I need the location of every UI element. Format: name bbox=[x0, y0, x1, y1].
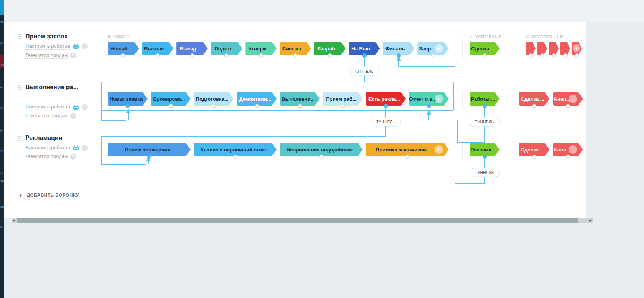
stage-dot[interactable] bbox=[293, 53, 297, 58]
stage-dot[interactable] bbox=[563, 53, 568, 58]
stage-dot[interactable] bbox=[190, 53, 194, 58]
add-stage-plus-icon[interactable]: + bbox=[569, 95, 577, 103]
stage-dot[interactable] bbox=[540, 53, 544, 58]
add-stage-plus-icon[interactable]: + bbox=[569, 145, 577, 154]
stage-label: Выявле... bbox=[144, 46, 168, 52]
stage-dot[interactable] bbox=[483, 53, 487, 58]
sales-generator-link-label: Генератор продаж bbox=[25, 153, 68, 160]
tunnel-dot[interactable] bbox=[384, 104, 388, 108]
column-separator bbox=[515, 39, 515, 58]
stage-dot[interactable] bbox=[566, 155, 570, 159]
stage-dot[interactable] bbox=[255, 104, 259, 108]
scrollbar-thumb[interactable] bbox=[17, 218, 578, 223]
stage-dot[interactable] bbox=[224, 53, 229, 58]
robot-icon bbox=[72, 44, 80, 49]
scroll-left-icon[interactable]: ◀ bbox=[13, 219, 15, 222]
tunnel-dot[interactable] bbox=[397, 53, 401, 58]
drag-handle-icon[interactable] bbox=[18, 34, 22, 40]
stage-dot[interactable] bbox=[552, 53, 556, 58]
menu-item-label-cut: ит bbox=[0, 106, 4, 110]
stage-dot[interactable] bbox=[259, 53, 263, 58]
stage-label: Исправление недоработок bbox=[287, 147, 353, 153]
tunnel-dot[interactable] bbox=[362, 53, 367, 58]
tunnel-badge[interactable]: ТУННЕЛЬ bbox=[371, 118, 401, 127]
add-stage-plus-icon[interactable]: + bbox=[435, 44, 443, 53]
tunnel-dot[interactable] bbox=[126, 104, 130, 108]
sales-generator-link[interactable]: Генератор продаж? bbox=[25, 113, 76, 119]
scroll-right-icon[interactable]: ▶ bbox=[589, 219, 592, 222]
row-divider bbox=[15, 74, 453, 74]
configure-robots-link[interactable]: Настроить роботов? bbox=[25, 145, 88, 151]
stage-dot[interactable] bbox=[121, 53, 125, 58]
tunnel-badge[interactable]: ТУННЕЛЬ bbox=[349, 67, 379, 76]
drag-handle-icon[interactable] bbox=[18, 135, 22, 141]
configure-robots-link[interactable]: Настроить роботов? bbox=[25, 43, 88, 50]
configure-robots-link-label: Настроить роботов bbox=[25, 145, 70, 151]
stage-dot[interactable] bbox=[156, 53, 160, 58]
check-icon: ✓ bbox=[470, 34, 473, 39]
stage-dot[interactable] bbox=[328, 53, 332, 58]
stage-label: Прием раб... bbox=[326, 96, 357, 102]
menu-item-label-cut: Ко bbox=[0, 149, 4, 153]
question-icon[interactable]: ? bbox=[82, 145, 88, 151]
stage-dot[interactable] bbox=[431, 53, 435, 58]
sales-generator-link[interactable]: Генератор продаж? bbox=[25, 153, 76, 160]
column-separator bbox=[462, 39, 463, 58]
x-icon: ✕ bbox=[526, 34, 529, 39]
tunnel-badge[interactable]: ТУННЕЛЬ bbox=[470, 168, 500, 177]
stage-label: Подгот... bbox=[214, 46, 235, 52]
stage-dot[interactable] bbox=[405, 155, 410, 159]
tunnel-badge[interactable]: ТУННЕЛЬ bbox=[470, 118, 500, 127]
sales-generator-link-label: Генератор продаж bbox=[25, 52, 68, 59]
tunnel-dot[interactable] bbox=[147, 155, 151, 159]
funnel-name[interactable]: Прием заявок bbox=[25, 33, 67, 40]
question-icon[interactable]: ? bbox=[82, 104, 88, 110]
add-stage-plus-icon[interactable]: + bbox=[435, 95, 443, 103]
stage-label: Работы ... bbox=[471, 96, 495, 102]
menu-logo-block bbox=[0, 0, 4, 15]
funnel-name[interactable]: Выполнение ра... bbox=[25, 84, 78, 91]
question-icon[interactable]: ? bbox=[70, 113, 76, 119]
row-divider bbox=[15, 130, 453, 130]
stage-label: Разраб... bbox=[317, 46, 339, 52]
tunnel-dot[interactable] bbox=[483, 155, 487, 159]
funnel-name[interactable]: Рекламации bbox=[25, 135, 62, 142]
question-icon[interactable]: ? bbox=[70, 154, 76, 160]
in-work-column-label: В РАБОТЕ bbox=[108, 34, 130, 39]
configure-robots-link-label: Настроить роботов bbox=[25, 104, 70, 110]
stage-dot[interactable] bbox=[575, 53, 579, 58]
question-icon[interactable]: ? bbox=[70, 53, 76, 58]
tunnel-dot[interactable] bbox=[427, 104, 431, 108]
stage-dot[interactable] bbox=[233, 155, 237, 159]
sales-generator-link[interactable]: Генератор продаж? bbox=[25, 52, 76, 59]
add-stage-plus-icon[interactable]: + bbox=[573, 44, 580, 52]
unsuccessful-column-label: ✕ НЕУСПЕШНЫЕ bbox=[526, 34, 564, 39]
stage-dot[interactable] bbox=[319, 155, 324, 159]
robot-icon bbox=[72, 145, 80, 151]
stage-label: Выезд ... bbox=[180, 46, 202, 52]
configure-robots-link[interactable]: Настроить роботов? bbox=[25, 104, 88, 110]
plus-icon: ＋ bbox=[18, 191, 23, 199]
menu-item-label-cut: гр bbox=[0, 171, 3, 175]
stage-dot[interactable] bbox=[298, 104, 302, 108]
stage-dot[interactable] bbox=[212, 104, 216, 108]
column-separator bbox=[462, 140, 463, 160]
stage-label: Сделка ... bbox=[521, 96, 544, 102]
stage-dot[interactable] bbox=[532, 155, 536, 159]
stage-label: Отчет о в... bbox=[409, 96, 436, 102]
horizontal-scrollbar[interactable] bbox=[12, 218, 593, 223]
add-stage-plus-icon[interactable]: + bbox=[435, 145, 443, 154]
topbar bbox=[4, 0, 644, 22]
question-icon[interactable]: ? bbox=[82, 43, 88, 49]
stage-dot[interactable] bbox=[566, 104, 570, 108]
stage-dot[interactable] bbox=[532, 104, 536, 108]
collapsed-left-menu[interactable]: вмМладитдКогртрвнё bbox=[0, 0, 4, 298]
add-funnel-link[interactable]: ＋ ДОБАВИТЬ ВОРОНКУ bbox=[18, 191, 79, 199]
add-funnel-link-label: ДОБАВИТЬ ВОРОНКУ bbox=[27, 193, 79, 198]
drag-handle-icon[interactable] bbox=[18, 85, 22, 90]
stage-dot[interactable] bbox=[341, 104, 345, 108]
tunnel-dot[interactable] bbox=[483, 104, 487, 108]
stage-label: Счет на... bbox=[282, 46, 305, 52]
stage-dot[interactable] bbox=[169, 104, 173, 108]
stage-dot[interactable] bbox=[529, 53, 533, 58]
